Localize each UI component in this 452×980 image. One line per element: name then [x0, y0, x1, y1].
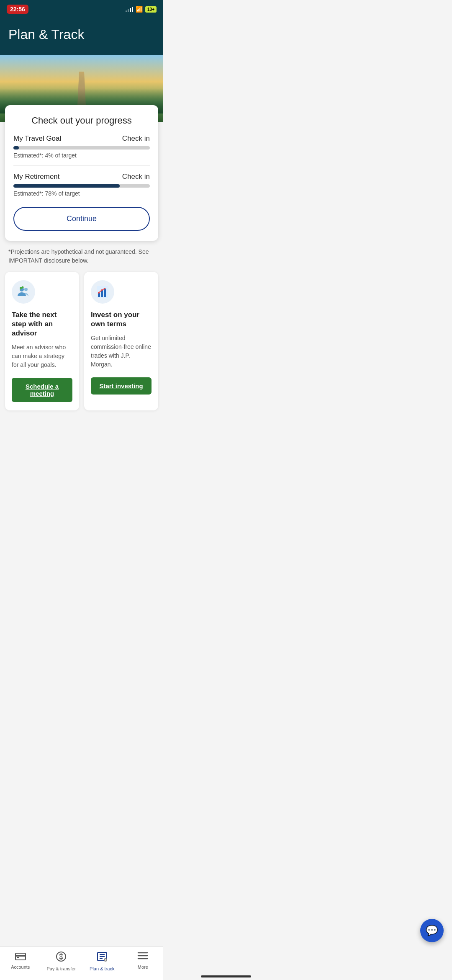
continue-button[interactable]: Continue	[13, 207, 150, 231]
progress-card-title: Check out your progress	[13, 115, 150, 126]
svg-point-10	[101, 289, 103, 291]
progress-fill-retirement	[13, 184, 120, 188]
advisor-card-icon: ...	[12, 280, 35, 304]
goal-divider	[13, 165, 150, 166]
goal-row-retirement: My Retirement Check in Estimated*: 78% o…	[13, 173, 150, 197]
progress-track-retirement	[13, 184, 150, 188]
svg-point-1	[24, 288, 28, 291]
progress-fill-travel	[13, 146, 19, 150]
goal-percent-retirement: Estimated*: 78% of target	[13, 190, 150, 197]
svg-text:...: ...	[21, 287, 22, 289]
goal-header-retirement: My Retirement Check in	[13, 173, 150, 181]
disclaimer-text: *Projections are hypothetical and not gu…	[0, 241, 163, 272]
start-investing-button[interactable]: Start investing	[91, 377, 152, 395]
svg-rect-8	[104, 289, 106, 297]
goal-name-travel: My Travel Goal	[13, 134, 61, 143]
header: Plan & Track	[0, 18, 163, 55]
battery-icon: 13+	[145, 6, 157, 13]
invest-card: Invest on your own terms Get unlimited c…	[84, 272, 158, 410]
check-in-travel[interactable]: Check in	[122, 134, 150, 143]
progress-card: Check out your progress My Travel Goal C…	[5, 105, 158, 241]
svg-point-11	[104, 288, 105, 289]
check-in-retirement[interactable]: Check in	[122, 173, 150, 181]
goal-header-travel: My Travel Goal Check in	[13, 134, 150, 143]
invest-card-icon	[91, 280, 114, 304]
goal-name-retirement: My Retirement	[13, 173, 60, 181]
page-title: Plan & Track	[8, 27, 155, 42]
invest-card-desc: Get unlimited commission-free online tra…	[91, 334, 152, 369]
goal-row-travel: My Travel Goal Check in Estimated*: 4% o…	[13, 134, 150, 159]
feature-cards-row: ... Take the next step with an advisor M…	[0, 272, 163, 419]
advisor-card: ... Take the next step with an advisor M…	[5, 272, 79, 410]
goal-percent-travel: Estimated*: 4% of target	[13, 152, 150, 159]
signal-icon	[126, 6, 133, 12]
status-bar: 22:56 📶 13+	[0, 0, 163, 18]
advisor-card-desc: Meet an advisor who can make a strategy …	[12, 343, 72, 369]
status-icons: 📶 13+	[126, 6, 157, 13]
svg-rect-7	[101, 290, 103, 297]
progress-track-travel	[13, 146, 150, 150]
advisor-card-title: Take the next step with an advisor	[12, 310, 72, 338]
schedule-meeting-button[interactable]: Schedule a meeting	[12, 378, 72, 402]
invest-card-title: Invest on your own terms	[91, 310, 152, 329]
svg-point-9	[98, 292, 100, 294]
status-time: 22:56	[7, 5, 28, 14]
wifi-icon: 📶	[136, 6, 143, 13]
